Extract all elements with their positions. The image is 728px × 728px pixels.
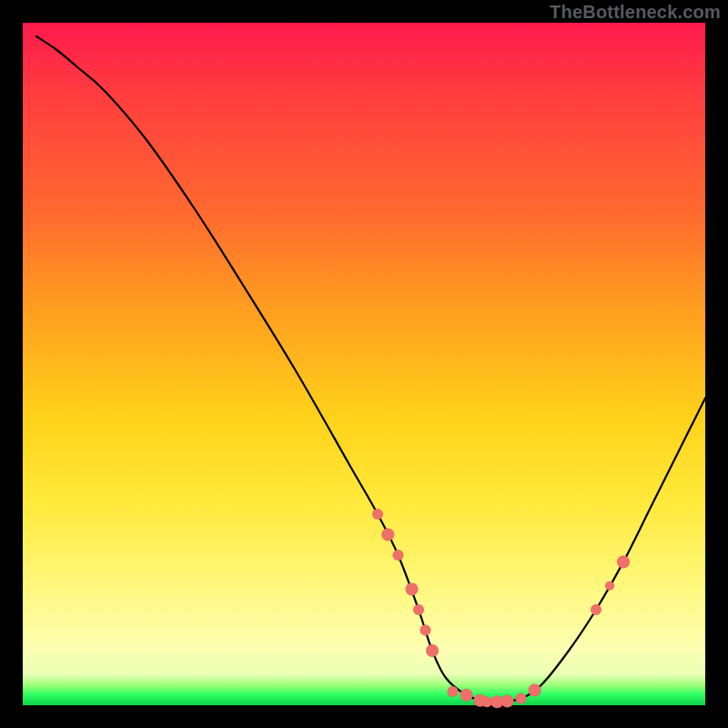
data-marker	[406, 583, 419, 596]
data-marker	[460, 689, 473, 702]
data-marker	[448, 686, 459, 697]
data-marker	[516, 693, 527, 704]
data-marker	[372, 509, 383, 520]
data-marker	[426, 644, 439, 657]
marker-layer	[372, 509, 630, 708]
data-marker	[617, 556, 630, 569]
data-marker	[413, 604, 424, 615]
data-marker	[393, 550, 404, 561]
watermark-text: TheBottleneck.com	[550, 2, 721, 23]
data-marker	[381, 529, 394, 541]
chart-svg	[23, 23, 705, 705]
data-marker	[605, 581, 614, 591]
chart-frame: TheBottleneck.com	[0, 0, 728, 728]
data-marker	[420, 625, 431, 636]
bottleneck-curve	[36, 36, 705, 703]
plot-area	[23, 23, 705, 705]
data-marker	[529, 684, 541, 697]
data-marker	[591, 604, 602, 615]
data-marker	[501, 695, 514, 708]
